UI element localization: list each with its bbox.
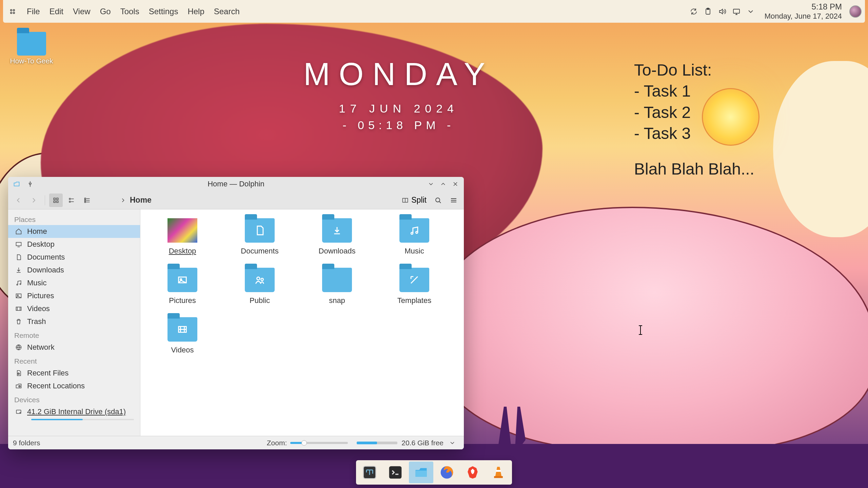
todo-extra: Blah Blah Blah... xyxy=(634,159,754,180)
user-avatar[interactable] xyxy=(849,5,862,18)
svg-rect-8 xyxy=(57,198,58,200)
top-panel: File Edit View Go Tools Settings Help Se… xyxy=(3,0,865,23)
window-toolbar: Home Split xyxy=(8,191,464,209)
chevron-down-icon[interactable] xyxy=(446,436,459,450)
widget-dayofweek: MONDAY xyxy=(303,56,494,93)
icons-view-button[interactable] xyxy=(49,194,63,207)
sidebar-item-recent-locations[interactable]: Recent Locations xyxy=(8,380,140,392)
sidebar-item-internal-drive[interactable]: 41.2 GiB Internal Drive (sda1) xyxy=(8,405,140,418)
status-folder-count: 9 folders xyxy=(13,439,40,447)
menu-file[interactable]: File xyxy=(22,5,45,18)
folder-icon xyxy=(399,218,429,243)
menu-view[interactable]: View xyxy=(68,5,95,18)
file-item-music[interactable]: Music xyxy=(376,216,453,266)
desktop-icon-howtogeek[interactable]: How-To Geek xyxy=(9,32,54,65)
panel-clock[interactable]: 5:18 PM Monday, June 17, 2024 xyxy=(765,2,842,21)
clipboard-icon[interactable] xyxy=(701,4,715,19)
folder-icon xyxy=(245,268,275,292)
menu-tools[interactable]: Tools xyxy=(116,5,144,18)
todo-item: - Task 2 xyxy=(634,102,754,123)
todo-widget[interactable]: To-Do List: - Task 1 - Task 2 - Task 3 B… xyxy=(634,60,754,180)
forward-button[interactable] xyxy=(27,194,41,207)
details-view-button[interactable] xyxy=(80,194,94,207)
search-button[interactable] xyxy=(431,194,445,207)
display-icon[interactable] xyxy=(729,4,744,19)
file-item-downloads[interactable]: Downloads xyxy=(298,216,376,266)
back-button[interactable] xyxy=(12,194,25,207)
svg-rect-40 xyxy=(496,470,501,472)
svg-rect-7 xyxy=(54,198,55,200)
file-item-videos[interactable]: Videos xyxy=(144,315,221,365)
app-icon xyxy=(11,178,22,190)
network-icon xyxy=(14,344,23,351)
sidebar-item-home[interactable]: Home xyxy=(8,225,140,238)
file-grid[interactable]: Desktop Documents Downloads Music Pictur… xyxy=(140,209,464,436)
refresh-icon[interactable] xyxy=(687,4,701,19)
breadcrumb-home[interactable]: Home xyxy=(130,196,152,205)
split-view-button[interactable]: Split xyxy=(399,194,429,206)
menu-settings[interactable]: Settings xyxy=(144,5,183,18)
sidebar-item-trash[interactable]: Trash xyxy=(8,315,140,328)
svg-point-22 xyxy=(17,295,18,296)
zoom-slider[interactable] xyxy=(290,442,348,444)
documents-icon xyxy=(14,254,23,261)
maximize-button[interactable] xyxy=(437,178,449,190)
start-menu-button[interactable] xyxy=(6,5,19,18)
file-item-snap[interactable]: snap xyxy=(298,266,376,315)
sidebar-item-downloads[interactable]: Downloads xyxy=(8,264,140,277)
compact-view-button[interactable] xyxy=(65,194,78,207)
clock-widget: MONDAY 17 JUN 2024 - 05:18 PM - xyxy=(303,56,494,132)
svg-rect-6 xyxy=(733,9,739,13)
sidebar-item-desktop[interactable]: Desktop xyxy=(8,238,140,251)
pictures-icon xyxy=(14,292,23,299)
wallpaper-cloud xyxy=(773,61,868,237)
svg-rect-9 xyxy=(54,201,55,202)
sidebar-item-videos[interactable]: Videos xyxy=(8,302,140,315)
chevron-down-icon[interactable] xyxy=(744,4,758,19)
todo-item: - Task 3 xyxy=(634,123,754,144)
file-item-templates[interactable]: Templates xyxy=(376,266,453,315)
sidebar-item-pictures[interactable]: Pictures xyxy=(8,289,140,302)
pin-icon[interactable] xyxy=(24,178,36,190)
svg-rect-11 xyxy=(69,198,70,199)
menu-edit[interactable]: Edit xyxy=(45,5,68,18)
svg-point-33 xyxy=(257,277,260,280)
file-item-desktop[interactable]: Desktop xyxy=(144,216,221,266)
file-item-public[interactable]: Public xyxy=(221,266,298,315)
wallpaper-cloud xyxy=(434,207,868,451)
downloads-icon xyxy=(14,267,23,273)
file-item-documents[interactable]: Documents xyxy=(221,216,298,266)
dock-item-brave[interactable] xyxy=(460,462,485,483)
dock-item-files[interactable] xyxy=(409,462,433,483)
sidebar-item-network[interactable]: Network xyxy=(8,341,140,354)
svg-point-29 xyxy=(411,232,413,235)
svg-rect-10 xyxy=(57,201,58,202)
disk-usage-bar xyxy=(357,442,397,444)
svg-rect-23 xyxy=(16,307,21,310)
sidebar-item-documents[interactable]: Documents xyxy=(8,251,140,264)
minimize-button[interactable] xyxy=(425,178,437,190)
breadcrumb[interactable]: Home xyxy=(96,196,397,205)
svg-point-19 xyxy=(17,284,18,285)
sidebar-item-recent-files[interactable]: Recent Files xyxy=(8,367,140,380)
svg-point-30 xyxy=(416,231,418,233)
svg-rect-12 xyxy=(69,201,70,202)
menu-help[interactable]: Help xyxy=(183,5,209,18)
file-item-pictures[interactable]: Pictures xyxy=(144,266,221,315)
sidebar-section-devices: Devices xyxy=(8,392,140,405)
dock-item-firefox[interactable] xyxy=(435,462,459,483)
sidebar-item-music[interactable]: Music xyxy=(8,277,140,289)
hamburger-menu-button[interactable] xyxy=(447,194,460,207)
desktop-icon xyxy=(14,241,23,248)
svg-rect-38 xyxy=(416,471,427,477)
menu-go[interactable]: Go xyxy=(95,5,116,18)
dock-item-terminal[interactable] xyxy=(383,462,408,483)
dock-item-settings[interactable] xyxy=(357,462,382,483)
svg-rect-13 xyxy=(85,198,86,199)
window-titlebar[interactable]: Home — Dolphin xyxy=(8,177,464,191)
menu-search[interactable]: Search xyxy=(209,5,244,18)
close-button[interactable] xyxy=(450,178,461,190)
volume-icon[interactable] xyxy=(715,4,729,19)
dock-item-vlc[interactable] xyxy=(486,462,511,483)
videos-icon xyxy=(14,305,23,312)
